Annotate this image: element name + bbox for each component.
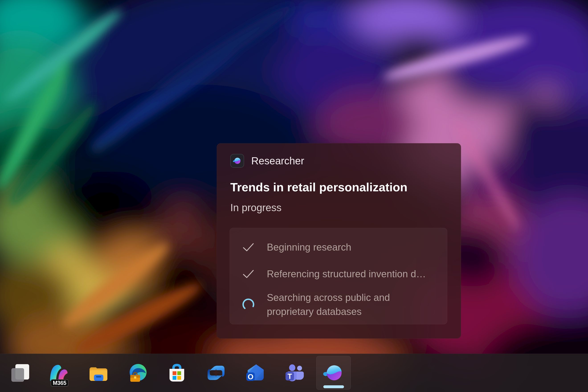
active-app-indicator	[323, 385, 344, 388]
researcher-logo-icon	[233, 156, 242, 165]
taskbar-edge-button[interactable]	[120, 356, 155, 390]
taskbar-file-explorer-button[interactable]	[81, 356, 116, 390]
taskbar-copilot-button[interactable]	[199, 356, 233, 390]
outlook-badge-letter: O	[248, 372, 254, 381]
outlook-icon: O	[244, 362, 266, 384]
researcher-progress-card: Researcher Trends in retail personalizat…	[217, 143, 461, 338]
step-label: Beginning research	[267, 240, 351, 254]
taskbar-microsoft-store-button[interactable]	[160, 356, 194, 390]
card-header: Researcher	[230, 154, 304, 168]
teams-icon: T	[284, 362, 305, 384]
card-title: Trends in retail personalization	[230, 179, 407, 195]
taskbar: M365	[0, 354, 588, 392]
progress-steps-panel: Beginning research Referencing structure…	[230, 228, 447, 324]
teams-badge-letter: T	[287, 372, 292, 380]
card-app-name: Researcher	[251, 155, 304, 167]
step-label: Referencing structured invention d…	[267, 267, 426, 281]
taskbar-items: M365	[3, 356, 356, 390]
taskbar-teams-button[interactable]: T	[277, 356, 312, 390]
taskbar-outlook-button[interactable]: O	[238, 356, 272, 390]
card-status: In progress	[230, 201, 282, 214]
taskbar-task-view-button[interactable]	[3, 356, 37, 390]
task-view-icon	[9, 362, 31, 384]
microsoft-store-icon	[166, 362, 188, 384]
edge-icon	[127, 362, 148, 384]
file-explorer-icon	[88, 362, 109, 384]
researcher-taskbar-icon	[323, 362, 344, 384]
taskbar-m365-copilot-button[interactable]: M365	[42, 356, 76, 390]
copilot-icon	[205, 362, 227, 384]
taskbar-researcher-button[interactable]	[316, 356, 351, 390]
spinner-icon	[242, 298, 254, 311]
step-row-3: Searching across public and proprietary …	[242, 290, 414, 318]
step-row-1: Beginning research	[242, 240, 351, 254]
step-label: Searching across public and proprietary …	[267, 290, 414, 318]
researcher-app-icon	[230, 154, 244, 168]
check-icon	[242, 243, 254, 252]
check-icon	[242, 270, 254, 278]
step-row-2: Referencing structured invention d…	[242, 267, 426, 281]
m365-badge: M365	[51, 379, 68, 386]
